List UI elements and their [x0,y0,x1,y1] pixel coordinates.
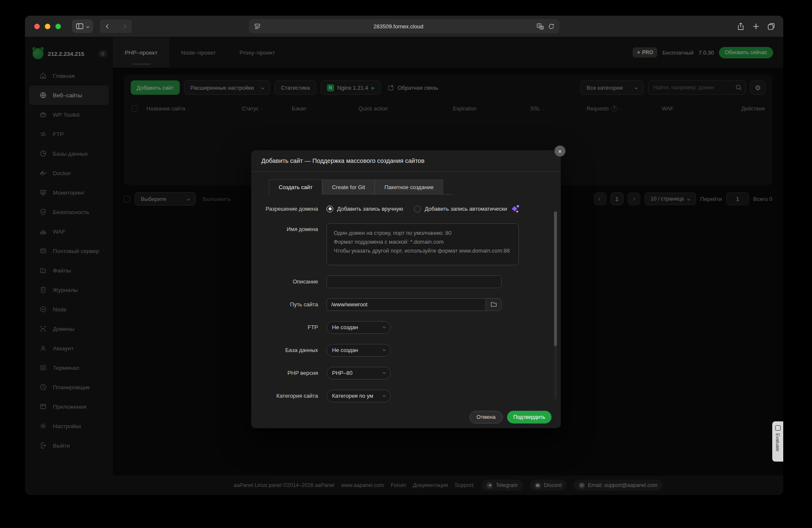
field-domain-resolution: Разрешение домена Добавить запись вручну… [263,205,549,213]
chevron-down-icon [383,348,386,351]
chevron-down-icon [86,25,89,28]
field-label: Категория сайта [263,392,318,400]
tab-label: Пакетное создание [384,184,433,190]
radio-selected-icon [326,206,333,212]
new-tab-icon[interactable] [753,23,759,30]
sidebar-toggle-button[interactable] [72,19,93,33]
domain-resolution-options: Добавить запись вручную Добавить запись … [326,205,549,213]
modal-footer: Отмена Подтвердить [251,406,561,428]
reader-icon[interactable] [254,23,261,30]
titlebar-actions [737,22,775,30]
tab-create-site[interactable]: Создать сайт [269,179,322,194]
field-label: Описание [263,278,318,286]
tab-label: Создать сайт [279,184,313,190]
modal-body: Создать сайт Create for Git Пакетное соз… [251,172,561,405]
field-site-path: Путь сайта [263,298,549,311]
site-category-select[interactable]: Категория по ум [326,390,391,402]
address-bar[interactable]: 283509.fornex.cloud A [249,19,560,33]
chevron-down-icon [383,394,386,397]
php-version-select[interactable]: PHP–80 [326,367,391,380]
modal-title: Добавить сайт — Поддержка массового созд… [251,150,561,172]
browser-window: 283509.fornex.cloud A 212.2.234.215 0 Гл… [25,16,783,495]
reload-icon[interactable] [548,23,554,30]
domain-name-textarea[interactable]: Один домен на строку, порт по умолчанию:… [326,223,519,265]
radio-label: Добавить запись вручную [337,206,403,212]
field-description: Описание [263,275,549,288]
nav-buttons [100,19,132,33]
field-domain-name: Имя домена Один домен на строку, порт по… [263,223,549,265]
page-content: 212.2.234.215 0 Главная Веб–сайты WP Too… [25,37,783,495]
field-label: Путь сайта [263,300,318,309]
evaluate-label: Evaluate [775,433,780,451]
forward-button[interactable] [116,25,132,28]
window-controls [34,24,61,29]
radio-add-record-manually[interactable]: Добавить запись вручную [326,206,403,212]
url-text: 283509.fornex.cloud [261,23,537,30]
share-icon[interactable] [737,22,744,30]
radio-add-record-automatically[interactable]: Добавить запись автоматически [414,205,519,213]
chevron-down-icon [383,325,386,328]
php-version-value: PHP–80 [332,370,352,376]
radio-label: Добавить запись автоматически [425,206,507,212]
placeholder-line: Формат поддомена с маской: *.domain.com [334,237,512,246]
modal-scrollbar[interactable] [554,211,557,399]
sparkles-icon [512,205,519,213]
confirm-button[interactable]: Подтвердить [507,411,551,424]
field-php-version: PHP версия PHP–80 [263,367,549,380]
field-label: PHP версия [263,369,318,377]
placeholder-line: Один домен на строку, порт по умолчанию:… [334,228,512,237]
field-label: Разрешение домена [263,205,318,213]
field-database: База данных Не создан [263,344,549,357]
site-path-input[interactable] [326,298,486,311]
cancel-button[interactable]: Отмена [469,411,503,424]
sidebar-icon [76,23,83,29]
field-label: Имя домена [263,223,318,234]
minimize-window-button[interactable] [45,24,50,29]
scrollbar-thumb[interactable] [554,212,557,346]
radio-unselected-icon [414,206,421,212]
close-icon: × [558,148,562,155]
database-select[interactable]: Не создан [326,344,391,357]
description-input[interactable] [326,275,502,288]
tab-create-for-git[interactable]: Create for Git [322,179,375,194]
ftp-select[interactable]: Не создан [326,321,391,334]
zoom-window-button[interactable] [55,24,61,29]
field-label: FTP [263,323,318,332]
site-category-value: Категория по ум [332,393,373,399]
modal-tab-bar: Создать сайт Create for Git Пакетное соз… [269,179,453,195]
placeholder-line: Чтобы указать другой порт, используйте ф… [334,246,512,255]
field-label: База данных [263,346,318,355]
browser-titlebar: 283509.fornex.cloud A [25,16,783,37]
ftp-select-value: Не создан [332,324,358,330]
field-ftp: FTP Не создан [263,321,549,334]
evaluate-icon [775,425,781,431]
tab-overview-icon[interactable] [768,23,775,30]
add-site-modal: × Добавить сайт — Поддержка массового со… [251,150,561,428]
browse-folder-button[interactable] [486,298,502,311]
back-button[interactable] [100,25,116,28]
evaluate-tab[interactable]: Evaluate [772,421,783,462]
folder-icon [491,302,497,307]
translate-icon[interactable]: A [537,23,544,30]
tab-label: Create for Git [332,184,365,190]
field-site-category: Категория сайта Категория по ум [263,390,549,402]
close-window-button[interactable] [34,24,40,29]
modal-close-button[interactable]: × [554,146,565,157]
chevron-down-icon [383,371,386,374]
tab-batch-create[interactable]: Пакетное создание [375,179,443,194]
database-select-value: Не создан [332,347,358,353]
